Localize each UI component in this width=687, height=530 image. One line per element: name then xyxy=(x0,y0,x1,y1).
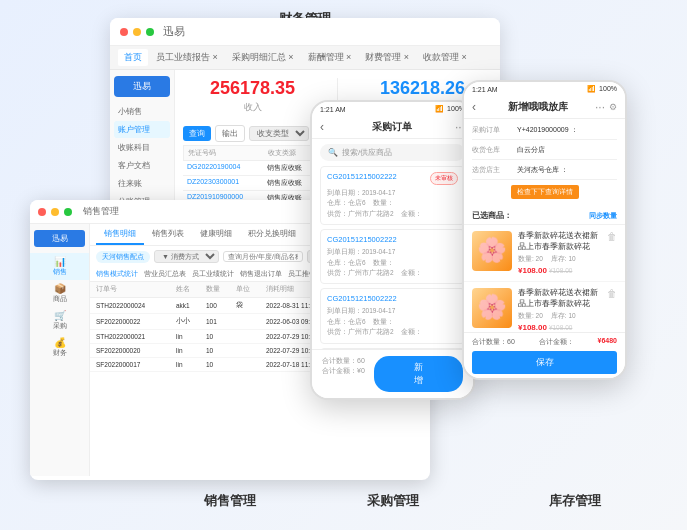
total-amount: 合计金额：¥0 xyxy=(322,367,365,374)
subnav-return[interactable]: 销售退出订单 xyxy=(240,269,282,279)
supplier-label: 选货店主 xyxy=(472,165,517,175)
income-card: 256178.35 收入 xyxy=(183,78,322,114)
subnav-employee[interactable]: 员工业绩统计 xyxy=(192,269,234,279)
filter-search-input[interactable] xyxy=(223,251,303,262)
cell-id: STH2022000021 xyxy=(96,333,176,340)
inv-status-icons: 📶 100% xyxy=(587,85,617,93)
cell-num[interactable]: DG20220190004 xyxy=(187,163,267,173)
warehouse-value: 白云分店 xyxy=(517,145,545,155)
inventory-label: 库存管理 xyxy=(482,492,667,510)
nav-receivable[interactable]: 收账科目 xyxy=(114,139,170,156)
goods-image: 🌸 xyxy=(472,288,512,328)
inventory-phone: 1:21 AM 📶 100% ‹ 新增哦哦放库 ··· ⚙ 采购订单 Y+420… xyxy=(462,80,627,380)
tab-points[interactable]: 积分兑换明细 xyxy=(240,224,304,245)
list-item-header: CG20151215002222 xyxy=(327,294,458,303)
maximize-dot[interactable] xyxy=(146,28,154,36)
list-item[interactable]: CG20151215002222 未审核 到单日期：2019-04-17 仓库：… xyxy=(320,166,465,225)
tab-employee[interactable]: 员工业绩报告 × xyxy=(150,49,224,66)
goods-stock: 数量: 20 库存: 10 xyxy=(518,255,601,264)
col-name: 姓名 xyxy=(176,285,206,294)
query-button[interactable]: 查询 xyxy=(183,126,211,141)
close-dot[interactable] xyxy=(120,28,128,36)
maximize-dot[interactable] xyxy=(64,208,72,216)
goods-icon: 📦 xyxy=(34,283,85,294)
sidebar-item-sales[interactable]: 📊 销售 xyxy=(30,253,89,280)
cell-name: 小小 xyxy=(176,317,206,326)
date-select[interactable]: 收支类型 xyxy=(249,126,309,141)
close-dot[interactable] xyxy=(38,208,46,216)
tab-receipt[interactable]: 收款管理 × xyxy=(417,49,473,66)
filter-mode-select[interactable]: ▼ 消费方式 xyxy=(154,250,219,263)
phone-status-bar: 1:21 AM 📶 100% xyxy=(312,102,473,116)
stock-current: 库存: 10 xyxy=(551,255,576,264)
nav-customer[interactable]: 客户文档 xyxy=(114,157,170,174)
inv-settings-icon[interactable]: ⚙ xyxy=(609,102,617,112)
inv-more-icon[interactable]: ··· xyxy=(595,100,605,114)
tab-home[interactable]: 首页 xyxy=(118,49,148,66)
nav-current[interactable]: 往来账 xyxy=(114,175,170,192)
phone-purchase-title: 采购订单 xyxy=(330,120,455,134)
goods-stock: 数量: 20 库存: 10 xyxy=(518,312,601,321)
order-info: 到单日期：2019-04-17 仓库：仓店6 数量： 供货：广州市广花路2 金额… xyxy=(327,247,458,278)
supplier-value: 关河杰号仓库 ： xyxy=(517,165,568,175)
goods-info: 春季新款碎花送衣裙新品上市春季新款碎花 数量: 20 库存: 10 ¥108.0… xyxy=(518,231,601,275)
goods-item: 🌸 春季新款碎花送衣裙新品上市春季新款碎花 数量: 20 库存: 10 ¥108… xyxy=(464,282,625,339)
tab-detail[interactable]: 销售明细 xyxy=(96,224,144,245)
tab-payroll[interactable]: 薪酬管理 × xyxy=(302,49,358,66)
cell-qty: 101 xyxy=(206,318,236,325)
col-qty: 数量 xyxy=(206,285,236,294)
inv-status-bar: 1:21 AM 📶 100% xyxy=(464,82,625,96)
tab-list[interactable]: 销售列表 xyxy=(144,224,192,245)
search-placeholder: 搜索/供应商品 xyxy=(342,147,392,158)
stock-qty: 数量: 20 xyxy=(518,255,543,264)
minimize-dot[interactable] xyxy=(51,208,59,216)
subnav-staff[interactable]: 营业员汇总表 xyxy=(144,269,186,279)
goods-price-row: ¥108.00 ¥108.00 xyxy=(518,266,601,275)
order-info: 到单日期：2019-04-17 仓库：仓店6 数量： 供货：广州市广花路2 金额… xyxy=(327,188,458,219)
nav-account[interactable]: 账户管理 xyxy=(114,121,170,138)
order-status-badge: 未审核 xyxy=(430,172,458,185)
inv-signal-icon: 📶 xyxy=(587,85,596,93)
cell-num[interactable]: DZ20230300001 xyxy=(187,178,267,188)
phone-nav: ‹ 采购订单 ··· xyxy=(312,116,473,139)
purchase-phone: 1:21 AM 📶 100% ‹ 采购订单 ··· 🔍 搜索/供应商品 CG20… xyxy=(310,100,475,400)
delete-goods-icon[interactable]: 🗑 xyxy=(607,288,617,299)
purchase-label: 采购管理 xyxy=(310,492,475,510)
sidebar-item-purchase[interactable]: 🛒 采购 xyxy=(30,307,89,334)
finance-title-bar: 迅易 xyxy=(110,18,500,46)
goods-price: ¥108.00 xyxy=(518,323,547,332)
income-value: 256178.35 xyxy=(183,78,322,99)
sidebar-item-goods[interactable]: 📦 商品 xyxy=(30,280,89,307)
sidebar-item-finance[interactable]: 💰 财务 xyxy=(30,334,89,361)
search-icon: 🔍 xyxy=(328,148,338,157)
minimize-dot[interactable] xyxy=(133,28,141,36)
nav-xiaosale[interactable]: 小销售 xyxy=(114,103,170,120)
list-item[interactable]: CG20151215002222 到单日期：2019-04-17 仓库：仓店6 … xyxy=(320,288,465,343)
check-detail-button[interactable]: 检查下下查询详情 xyxy=(511,185,579,199)
sidebar-label-goods: 商品 xyxy=(53,295,67,302)
list-item[interactable]: CG20151215002222 到单日期：2019-04-17 仓库：仓店6 … xyxy=(320,229,465,284)
tab-purchase[interactable]: 采购明细汇总 × xyxy=(226,49,300,66)
inv-bottom-bar: 合计数量：60 合计金额： ¥6480 保存 xyxy=(464,332,625,378)
goods-original-price: ¥108.00 xyxy=(549,324,573,331)
tab-health[interactable]: 健康明细 xyxy=(192,224,240,245)
add-purchase-button[interactable]: 新增 xyxy=(374,356,463,392)
back-icon[interactable]: ‹ xyxy=(320,120,324,134)
order-number: CG20151215002222 xyxy=(327,235,397,244)
tab-fee[interactable]: 财费管理 × xyxy=(359,49,415,66)
finance-logo: 迅易 xyxy=(114,76,170,97)
goods-image: 🌸 xyxy=(472,231,512,271)
save-inventory-button[interactable]: 保存 xyxy=(472,351,617,374)
inv-battery-icon: 100% xyxy=(599,85,617,93)
delete-goods-icon[interactable]: 🗑 xyxy=(607,231,617,242)
inv-phone-nav: ‹ 新增哦哦放库 ··· ⚙ xyxy=(464,96,625,119)
inv-total-amount: ¥6480 xyxy=(598,337,617,347)
subnav-stats[interactable]: 销售模式统计 xyxy=(96,269,138,279)
phone-search[interactable]: 🔍 搜索/供应商品 xyxy=(320,144,465,161)
sales-icon: 📊 xyxy=(34,256,85,267)
flower-icon: 🌸 xyxy=(477,236,507,264)
export-button[interactable]: 输出 xyxy=(215,125,245,142)
list-item-header: CG20151215002222 xyxy=(327,235,458,244)
inv-back-icon[interactable]: ‹ xyxy=(472,100,476,114)
sync-quantity-link[interactable]: 同步数量 xyxy=(589,211,617,221)
